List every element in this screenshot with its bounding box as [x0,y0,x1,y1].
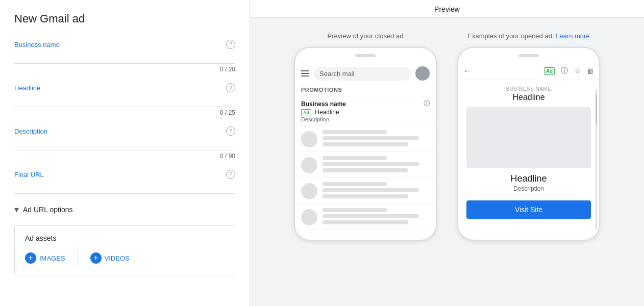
trash-icon[interactable]: 🗑 [587,67,594,75]
plus-icon: + [90,252,102,264]
headline-char-count: 0 / 25 [14,109,235,116]
headline-input[interactable] [14,94,235,107]
scrollbar [596,89,597,230]
chevron-down-icon: ▾ [14,204,19,215]
description-label-row: Description ? [14,126,235,136]
avatar [301,183,317,199]
email-line [323,188,419,192]
email-line [323,130,387,134]
headline-help-icon[interactable]: ? [226,83,235,92]
ad-url-options-toggle[interactable]: ▾ Ad URL options [14,204,235,215]
email-line [323,162,419,166]
scrollbar-thumb [596,94,597,124]
ad-url-options-label: Ad URL options [23,206,73,214]
mail-toolbar: Search mail [295,62,436,85]
search-placeholder: Search mail [319,70,355,78]
email-lines [323,208,430,224]
list-item [295,126,436,152]
email-lines [323,182,430,198]
info-icon: ⓘ [561,66,568,75]
email-line [323,136,419,140]
business-name-help-icon[interactable]: ? [226,40,235,49]
description-label: Description [14,128,47,135]
list-item [295,152,436,178]
ad-card-headline: Headline [466,173,591,184]
opened-headline: Headline [466,93,591,102]
closed-phone-screen: Search mail PROMOTIONS Business name ⓘ [295,62,436,236]
page-title: New Gmail ad [14,12,235,26]
headline-label: Headline [14,84,40,92]
description-input[interactable] [14,138,235,150]
learn-more-link[interactable]: Learn more [556,32,589,40]
headline-field: Headline ? 0 / 25 [14,83,235,116]
ad-assets-box: Ad assets + IMAGES + VIDEOS [14,225,235,275]
email-line [323,182,387,186]
opened-icons: Ad ⓘ ☆ 🗑 [544,66,594,75]
final-url-help-icon[interactable]: ? [226,170,235,179]
business-name-char-count: 0 / 20 [14,66,235,73]
business-name-label: Business name [14,41,60,48]
ad-card-desc: Description [466,185,591,192]
closed-ad-caption: Preview of your closed ad [328,32,404,40]
ad-email-row[interactable]: Business name ⓘ Ad Headline Description [295,96,436,126]
ad-email-subject: Ad Headline [301,109,430,116]
opened-ad-caption: Examples of your opened ad. Learn more [467,32,589,40]
opened-phone-header: ← Ad ⓘ ☆ 🗑 [458,62,599,80]
email-line [323,208,387,212]
closed-phone-frame: Search mail PROMOTIONS Business name ⓘ [294,47,437,241]
ad-badge: Ad [301,109,311,116]
email-line [323,168,408,172]
hamburger-icon[interactable] [301,70,309,76]
ad-email-from: Business name ⓘ [301,99,430,108]
add-videos-button[interactable]: + VIDEOS [78,249,136,267]
description-field: Description ? 0 / 90 [14,126,235,160]
description-help-icon[interactable]: ? [226,126,235,136]
ad-card: Headline Description [466,173,591,192]
add-images-button[interactable]: + IMAGES [25,249,78,267]
back-arrow-icon[interactable]: ← [463,66,472,75]
closed-ad-preview: Preview of your closed ad Search mail [294,32,437,292]
avatar [301,157,317,173]
left-panel: New Gmail ad Business name ? 0 / 20 Head… [0,0,250,306]
email-line [323,156,387,160]
ad-label-badge: Ad [544,67,555,75]
final-url-label-row: Final URL ? [14,170,235,179]
description-char-count: 0 / 90 [14,152,235,160]
opened-ad-preview: Examples of your opened ad. Learn more ←… [457,32,600,292]
preview-title: Preview [434,5,460,13]
opened-business-name-label: BUSINESS NAME [466,86,591,92]
final-url-label: Final URL [14,171,44,178]
images-label: IMAGES [39,254,65,262]
avatar [415,66,430,81]
opened-phone-frame: ← Ad ⓘ ☆ 🗑 BUSINESS NAME Headline [457,47,600,241]
info-icon: ⓘ [424,99,430,108]
star-icon[interactable]: ☆ [574,67,581,75]
visit-site-button[interactable]: Visit Site [466,200,591,219]
promotions-label: PROMOTIONS [295,85,436,96]
opened-phone-screen: ← Ad ⓘ ☆ 🗑 BUSINESS NAME Headline [458,62,599,236]
ad-email-desc: Description [301,116,430,122]
business-name-field: Business name ? 0 / 20 [14,40,235,73]
ad-assets-title: Ad assets [25,234,225,242]
final-url-field: Final URL ? [14,170,235,194]
email-line [323,214,419,218]
avatar [301,131,317,147]
email-line [323,220,408,224]
right-panel: Preview Preview of your closed ad Search… [250,0,644,306]
opened-ad-content: BUSINESS NAME Headline Headline Descript… [458,80,599,225]
ad-image-placeholder [466,107,591,168]
business-name-input[interactable] [14,51,235,64]
phone-speaker [518,54,539,57]
business-name-label-row: Business name ? [14,40,235,49]
final-url-input[interactable] [14,181,235,194]
email-line [323,142,408,146]
phone-speaker [355,54,376,57]
list-item [295,178,436,204]
list-item [295,204,436,230]
email-lines [323,156,430,172]
ad-business-name: Business name [301,100,346,108]
videos-label: VIDEOS [105,254,130,262]
email-lines [323,130,430,146]
mail-search-bar[interactable]: Search mail [313,67,411,81]
preview-header: Preview [250,0,644,18]
